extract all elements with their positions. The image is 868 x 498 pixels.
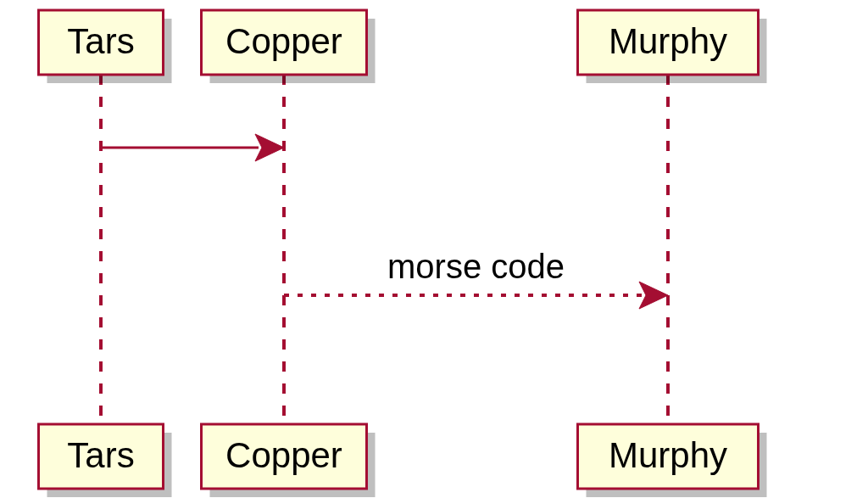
participant-label-murphy-bottom: Murphy — [609, 435, 727, 475]
message-label-copper-to-murphy: morse code — [387, 248, 565, 285]
participant-label-copper-top: Copper — [225, 21, 342, 61]
arrowhead-copper-to-murphy — [639, 282, 668, 309]
participant-label-murphy-top: Murphy — [609, 21, 727, 61]
participant-label-copper-bottom: Copper — [225, 435, 342, 475]
arrowhead-tars-to-copper — [255, 134, 284, 161]
participant-label-tars-bottom: Tars — [67, 435, 134, 475]
participant-label-tars-top: Tars — [67, 21, 134, 61]
